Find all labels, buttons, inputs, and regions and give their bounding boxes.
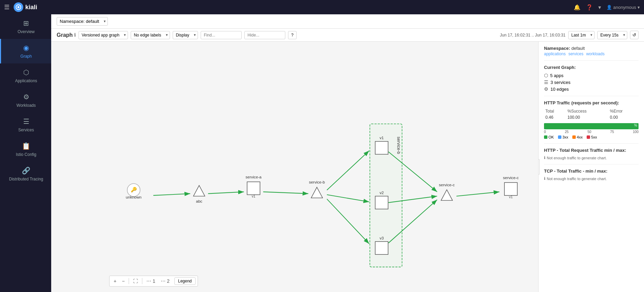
sidebar-item-istio-config[interactable]: 📋 Istio Config bbox=[0, 137, 51, 162]
refresh-button[interactable]: ↺ bbox=[630, 31, 639, 39]
bar-axis: 0 25 50 75 100 bbox=[544, 130, 639, 134]
col-success: %Success bbox=[566, 108, 609, 114]
sidebar-label-graph: Graph bbox=[20, 54, 32, 59]
overview-icon: ⊞ bbox=[23, 19, 29, 27]
node-label-2-button[interactable]: ⋯ 2 bbox=[159, 278, 172, 284]
edge-labels-wrap[interactable]: No edge labels bbox=[131, 31, 170, 39]
node-unknown[interactable]: 🔑 unknown bbox=[126, 184, 142, 199]
node-service-a[interactable]: service-a v1 bbox=[246, 175, 262, 199]
val-total: 0.46 bbox=[544, 114, 566, 120]
edge-servicec-servicecv1 bbox=[456, 192, 499, 196]
info-icon-http: ℹ bbox=[544, 156, 545, 160]
workloads-link[interactable]: workloads bbox=[586, 52, 604, 56]
namespace-select[interactable]: Namespace: default bbox=[57, 17, 108, 26]
display-wrap[interactable]: Display bbox=[173, 31, 198, 39]
node-service-b[interactable]: service-b bbox=[309, 180, 325, 198]
sidebar-item-applications[interactable]: ⬡ Applications bbox=[0, 63, 51, 88]
navbar-icons: 🔔 ❓ ▾ 👤 anonymous ▾ bbox=[574, 4, 640, 11]
http-total-note: ℹ Not enough traffic to generate chart. bbox=[544, 156, 639, 160]
sidebar-item-distributed-tracing[interactable]: 🔗 Distributed Tracing bbox=[0, 162, 51, 186]
main-layout: ⊞ Overview ◉ Graph ⬡ Applications ⚙ Work… bbox=[0, 14, 644, 292]
svg-text:v2: v2 bbox=[380, 191, 384, 195]
edge-labels-select[interactable]: No edge labels bbox=[131, 31, 170, 39]
sidebar-item-workloads[interactable]: ⚙ Workloads bbox=[0, 88, 51, 113]
col-error: %Error bbox=[609, 108, 639, 114]
edges-stat: ⚙ 10 edges bbox=[544, 86, 639, 92]
legend-button[interactable]: Legend bbox=[174, 277, 196, 285]
tcp-total-note-text: Not enough traffic to generate chart. bbox=[547, 177, 607, 181]
find-input[interactable] bbox=[201, 31, 242, 39]
user-menu[interactable]: 👤 anonymous ▾ bbox=[606, 5, 640, 10]
sidebar-item-overview[interactable]: ⊞ Overview bbox=[0, 14, 51, 39]
edge-serviceb-v1 bbox=[327, 151, 369, 190]
axis-100: 100 bbox=[633, 130, 639, 134]
svg-text:service-c: service-c bbox=[439, 183, 455, 187]
namespace-select-wrap[interactable]: Namespace: default bbox=[57, 17, 108, 26]
services-link[interactable]: services bbox=[568, 52, 583, 56]
last-time-select[interactable]: Last 1m bbox=[568, 31, 595, 39]
node-service-c[interactable]: service-c bbox=[439, 183, 455, 201]
graph-type-select[interactable]: Versioned app graph bbox=[78, 31, 128, 39]
zoom-in-button[interactable]: + bbox=[112, 278, 118, 284]
hide-input[interactable] bbox=[244, 31, 285, 39]
5xx-dot bbox=[587, 135, 590, 139]
service-b-group-label: service-b bbox=[396, 137, 401, 154]
graph-title-text: Graph bbox=[57, 32, 73, 38]
sidebar-label-overview: Overview bbox=[17, 29, 34, 34]
hide-panel-button[interactable]: Hide › bbox=[538, 159, 540, 175]
refresh-interval-wrap[interactable]: Every 15s bbox=[597, 31, 627, 39]
edge-serviceb-v2 bbox=[327, 195, 369, 202]
fit-graph-button[interactable]: ⛶ bbox=[131, 278, 140, 284]
svg-text:unknown: unknown bbox=[126, 195, 142, 199]
legend-4xx: 4xx bbox=[572, 135, 583, 139]
svg-text:v3: v3 bbox=[380, 236, 384, 240]
sidebar-label-services: Services bbox=[18, 128, 34, 132]
node-label-1-button[interactable]: ⋯ 1 bbox=[144, 278, 157, 284]
display-select[interactable]: Display bbox=[173, 31, 198, 39]
node-abc[interactable]: abc bbox=[194, 186, 205, 203]
logo-icon bbox=[14, 2, 23, 12]
svg-text:v1: v1 bbox=[509, 195, 513, 199]
svg-rect-22 bbox=[504, 182, 517, 195]
divider-3 bbox=[544, 143, 639, 144]
applications-icon: ⬡ bbox=[23, 68, 29, 76]
graph-canvas[interactable]: service-b bbox=[51, 42, 538, 292]
bell-icon[interactable]: 🔔 bbox=[574, 4, 581, 11]
svg-rect-14 bbox=[375, 142, 388, 155]
svg-marker-6 bbox=[194, 186, 205, 196]
svg-marker-19 bbox=[441, 190, 453, 200]
sidebar-item-services[interactable]: ☰ Services bbox=[0, 113, 51, 137]
panel-links: applications services workloads bbox=[544, 52, 639, 56]
node-service-c-v1[interactable]: service-c v1 bbox=[503, 176, 519, 199]
current-graph-title: Current Graph: bbox=[544, 65, 639, 70]
sidebar-item-graph[interactable]: ◉ Graph bbox=[0, 39, 51, 63]
refresh-interval-select[interactable]: Every 15s bbox=[597, 31, 627, 39]
tcp-total-section: TCP - Total Traffic - min / max: ℹ Not e… bbox=[544, 169, 639, 181]
bar-percent-label: % bbox=[634, 123, 637, 127]
graph-title: Graph ℹ bbox=[57, 32, 76, 38]
info-icon-tcp: ℹ bbox=[544, 176, 545, 181]
logo: kiali bbox=[14, 2, 37, 12]
5xx-label: 5xx bbox=[591, 135, 597, 139]
tcp-total-note: ℹ Not enough traffic to generate chart. bbox=[544, 176, 639, 181]
logo-text: kiali bbox=[25, 4, 37, 11]
navbar: ☰ kiali 🔔 ❓ ▾ 👤 anonymous ▾ bbox=[0, 0, 644, 14]
zoom-out-button[interactable]: − bbox=[120, 278, 127, 284]
graph-area: service-b bbox=[51, 42, 644, 292]
services-stat-icon: ☰ bbox=[544, 79, 548, 85]
graph-type-wrap[interactable]: Versioned app graph bbox=[78, 31, 128, 39]
user-icon: 👤 bbox=[606, 5, 612, 10]
search-help-button[interactable]: ? bbox=[288, 31, 297, 39]
val-success: 100.00 bbox=[566, 114, 609, 120]
http-traffic-section: HTTP Traffic (requests per second): Tota… bbox=[544, 100, 639, 139]
last-time-wrap[interactable]: Last 1m bbox=[568, 31, 595, 39]
help-icon[interactable]: ❓ bbox=[586, 4, 593, 11]
svg-rect-18 bbox=[375, 242, 388, 254]
apps-stat-icon: ⬡ bbox=[544, 73, 548, 78]
bar-legend: OK 3xx 4xx bbox=[544, 135, 639, 139]
axis-75: 75 bbox=[610, 130, 614, 134]
graph-help-icon[interactable]: ℹ bbox=[74, 32, 76, 38]
hamburger-menu[interactable]: ☰ bbox=[4, 3, 10, 11]
applications-link[interactable]: applications bbox=[544, 52, 566, 56]
tcp-total-title: TCP - Total Traffic - min / max: bbox=[544, 169, 639, 174]
